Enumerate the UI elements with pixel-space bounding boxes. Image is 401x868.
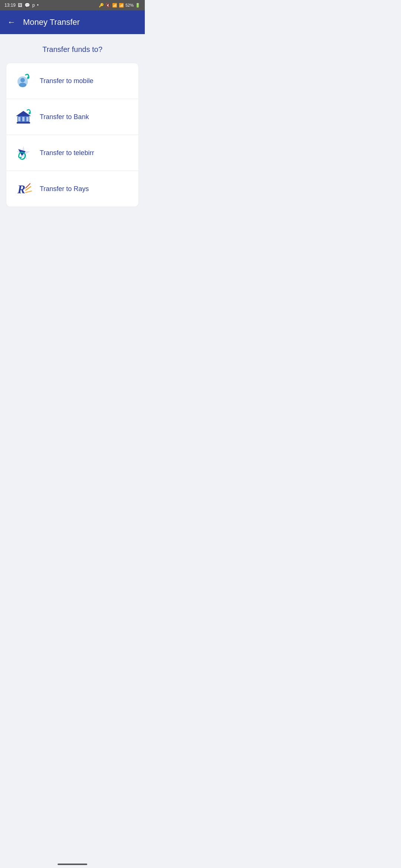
transfer-mobile-item[interactable]: Transfer to mobile xyxy=(6,63,139,99)
telebirr-transfer-icon xyxy=(14,143,33,162)
transfer-telebirr-item[interactable]: Transfer to telebirr xyxy=(6,135,139,171)
status-bar-right: 🔑 🔇 📶 📶 52% 🔋 xyxy=(99,3,140,8)
svg-rect-9 xyxy=(17,122,30,124)
bank-transfer-label: Transfer to Bank xyxy=(40,113,89,121)
gallery-icon: 🖼 xyxy=(18,3,22,8)
section-title: Transfer funds to? xyxy=(6,45,139,54)
battery-display: 52% xyxy=(125,3,134,7)
back-button[interactable]: ← xyxy=(7,17,16,27)
page-title: Money Transfer xyxy=(23,17,80,27)
transfer-rays-item[interactable]: R Transfer to Rays xyxy=(6,171,139,207)
p-icon: p xyxy=(32,3,35,8)
bank-transfer-icon xyxy=(14,107,33,126)
main-content: Transfer funds to? Transfer to mobile xyxy=(0,34,145,214)
message-icon: 💬 xyxy=(25,3,30,8)
signal-icon: 📶 xyxy=(119,3,124,8)
rays-transfer-icon: R xyxy=(14,179,33,198)
svg-point-1 xyxy=(20,78,25,82)
status-bar-left: 13:19 🖼 💬 p • xyxy=(4,3,39,8)
time-display: 13:19 xyxy=(4,3,16,8)
mobile-transfer-label: Transfer to mobile xyxy=(40,77,93,85)
transfer-options-list: Transfer to mobile Transfer to Bank xyxy=(6,63,139,207)
svg-rect-6 xyxy=(22,117,25,121)
dot-icon: • xyxy=(37,3,39,8)
transfer-bank-item[interactable]: Transfer to Bank xyxy=(6,99,139,135)
mobile-transfer-icon xyxy=(14,71,33,91)
svg-rect-7 xyxy=(26,117,29,121)
key-icon: 🔑 xyxy=(99,3,104,8)
battery-icon: 🔋 xyxy=(135,3,140,8)
app-header: ← Money Transfer xyxy=(0,10,145,34)
svg-rect-5 xyxy=(18,117,20,121)
telebirr-transfer-label: Transfer to telebirr xyxy=(40,149,94,157)
svg-line-13 xyxy=(26,191,32,193)
svg-marker-8 xyxy=(16,111,31,116)
svg-point-2 xyxy=(19,83,26,87)
mute-icon: 🔇 xyxy=(105,3,111,8)
rays-transfer-label: Transfer to Rays xyxy=(40,185,89,193)
status-bar: 13:19 🖼 💬 p • 🔑 🔇 📶 📶 52% 🔋 xyxy=(0,0,145,10)
wifi-icon: 📶 xyxy=(112,3,117,8)
svg-text:R: R xyxy=(17,183,25,196)
